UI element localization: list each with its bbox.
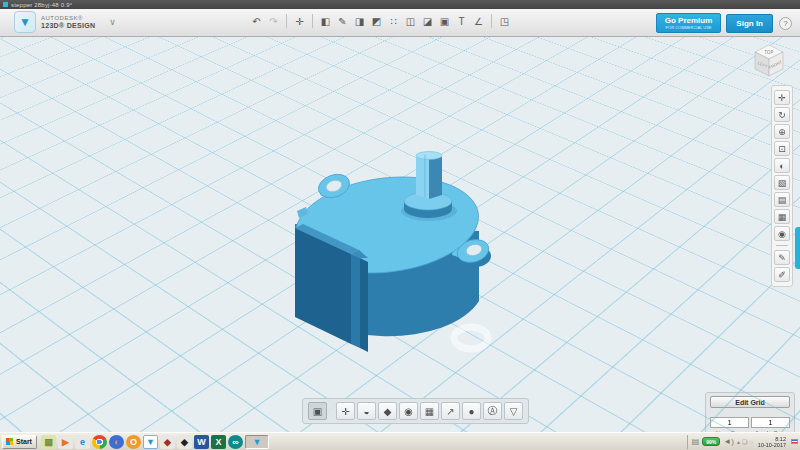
start-label: Start (16, 438, 32, 445)
language-flag-icon[interactable] (791, 439, 798, 444)
pan-icon[interactable]: ✛ (774, 90, 790, 105)
markup-icon[interactable]: ✐ (774, 267, 790, 282)
view-icon[interactable]: ◳ (496, 12, 513, 30)
measure-icon[interactable]: ∠ (470, 12, 487, 30)
sketch-icon[interactable]: ✎ (334, 12, 351, 30)
notes-icon[interactable]: ▤ (41, 435, 56, 449)
pattern-icon[interactable]: ∷ (385, 12, 402, 30)
linear-snap-input[interactable] (710, 417, 749, 428)
navigation-toolbar: ✛↻⊕⊡◐▧▤▦◉✎✐ (771, 85, 793, 287)
clock-date: 10-10-2017 (758, 442, 786, 448)
view-cube-top-label: TOP (764, 50, 773, 55)
excel-icon[interactable]: X (211, 435, 226, 449)
word-icon[interactable]: W (194, 435, 209, 449)
text-icon[interactable]: T (453, 12, 470, 30)
transform-icon[interactable]: ✛ (291, 12, 308, 30)
display-toolbar: ▣✛◒◆◉▦↗●Ⓐ▽ (302, 398, 529, 424)
label-icon[interactable]: Ⓐ (483, 402, 502, 420)
chevron-down-icon[interactable]: ∨ (109, 17, 116, 27)
go-premium-sublabel: FOR COMMERCIAL USE (665, 25, 713, 30)
tray-app-icon[interactable]: ❏ (742, 438, 747, 445)
view-mode-icon[interactable]: ◐ (774, 158, 790, 173)
material-view-icon[interactable]: ▧ (774, 175, 790, 190)
primitives-icon[interactable]: ◧ (317, 12, 334, 30)
group-icon[interactable]: ▦ (420, 402, 439, 420)
123d-design-app: stepper 28byj-48 0.9° ▼ AUTODESK® 123D® … (0, 0, 800, 450)
toolbar-separator (776, 245, 788, 246)
notes-icon[interactable]: ✎ (774, 250, 790, 265)
window-titlebar[interactable]: stepper 28byj-48 0.9° (0, 0, 800, 9)
material-icon[interactable]: ◒ (357, 402, 376, 420)
brand-line1: AUTODESK® (41, 14, 95, 22)
meshmixer-icon[interactable]: ◆ (160, 435, 175, 449)
parts-flyout-handle[interactable] (795, 227, 800, 269)
snap-icon[interactable]: ◆ (378, 402, 397, 420)
header-right: Go Premium FOR COMMERCIAL USE Sign In ? (656, 13, 792, 33)
autodesk-123d-logo-icon: ▼ (14, 11, 36, 33)
windows-flag-icon (6, 438, 13, 445)
view-home-icon[interactable]: ▣ (308, 402, 327, 420)
redo-icon[interactable]: ↷ (265, 12, 282, 30)
internet-explorer-icon[interactable]: e (75, 435, 90, 449)
viewport-3d[interactable]: TOP LEFT FRONT ✛↻⊕⊡◐▧▤▦◉✎✐ ▣✛◒◆◉▦↗●Ⓐ▽ Ed… (0, 37, 800, 432)
help-button[interactable]: ? (779, 17, 792, 30)
filter-icon[interactable]: ▽ (504, 402, 523, 420)
model-stepper-motor[interactable] (268, 139, 523, 371)
outline-view-icon[interactable]: ▤ (774, 192, 790, 207)
media-player-icon[interactable]: ▶ (58, 435, 73, 449)
window-title: stepper 28byj-48 0.9° (11, 2, 72, 8)
brand-text: AUTODESK® 123D® DESIGN (41, 14, 95, 30)
hidden-icons-chevron[interactable]: ▴ (737, 438, 740, 445)
visibility-icon[interactable]: ◉ (399, 402, 418, 420)
sign-in-button[interactable]: Sign In (726, 14, 773, 33)
zoom-icon[interactable]: ⊕ (774, 124, 790, 139)
battery-indicator[interactable]: 99% (702, 437, 720, 446)
window-app-icon (3, 2, 8, 7)
go-premium-label: Go Premium (665, 16, 713, 25)
main-toolbar: ↶↷✛◧✎◨◩∷◫◪▣T∠◳ (248, 12, 513, 30)
modify-icon[interactable]: ◩ (368, 12, 385, 30)
material-icon[interactable]: ▣ (436, 12, 453, 30)
camera-icon[interactable]: ◉ (774, 226, 790, 241)
view-cube[interactable]: TOP LEFT FRONT (746, 38, 792, 84)
arduino-icon[interactable]: ∞ (228, 435, 243, 449)
edit-grid-button[interactable]: Edit Grid (710, 396, 790, 408)
printer-icon[interactable]: ▤ (692, 437, 700, 446)
construct-icon[interactable]: ◨ (351, 12, 368, 30)
firefox-icon[interactable]: ◐ (109, 435, 124, 449)
wireframe-view-icon[interactable]: ▦ (774, 209, 790, 224)
tray-network-icon[interactable]: ◌ (749, 439, 753, 445)
fit-view-icon[interactable]: ⊡ (774, 141, 790, 156)
active-window-icon[interactable]: ▼ (245, 435, 269, 449)
combine-icon[interactable]: ◪ (419, 12, 436, 30)
orbit-icon[interactable]: ↻ (774, 107, 790, 122)
ring-shadow (454, 327, 488, 349)
system-tray: ▤ 99% ◄) ▴ ❏ ◌ 8:12 10-10-2017 (687, 435, 798, 449)
toolbar-separator (491, 14, 492, 28)
outlook-icon[interactable]: O (126, 435, 141, 449)
chrome-icon[interactable] (92, 435, 107, 449)
angular-snap-input[interactable] (751, 417, 790, 428)
123d-design-icon[interactable]: ▼ (143, 435, 158, 449)
export-icon[interactable]: ↗ (441, 402, 460, 420)
undo-icon[interactable]: ↶ (248, 12, 265, 30)
brand-line2: 123D® DESIGN (41, 22, 95, 30)
app-header: ▼ AUTODESK® 123D® DESIGN ∨ ↶↷✛◧✎◨◩∷◫◪▣T∠… (0, 9, 800, 37)
grouping-icon[interactable]: ◫ (402, 12, 419, 30)
taskbar-clock[interactable]: 8:12 10-10-2017 (758, 436, 786, 448)
move-icon[interactable]: ✛ (336, 402, 355, 420)
start-button[interactable]: Start (2, 435, 37, 449)
speaker-icon[interactable]: ◄) (723, 437, 734, 446)
go-premium-button[interactable]: Go Premium FOR COMMERCIAL USE (656, 13, 722, 33)
app-menu[interactable]: ▼ AUTODESK® 123D® DESIGN ∨ (14, 11, 116, 33)
taskbar-apps: ▤▶e◐O▼◆◆WX∞▼ (41, 435, 271, 449)
toolbar-separator (286, 14, 287, 28)
windows-taskbar: Start ▤▶e◐O▼◆◆WX∞▼ ▤ 99% ◄) ▴ ❏ ◌ 8:12 1… (0, 432, 800, 450)
render-icon[interactable]: ● (462, 402, 481, 420)
inkscape-icon[interactable]: ◆ (177, 435, 192, 449)
grid-settings-panel: Edit Grid Linear Snap Angular Snap (705, 392, 795, 432)
toolbar-separator (312, 14, 313, 28)
